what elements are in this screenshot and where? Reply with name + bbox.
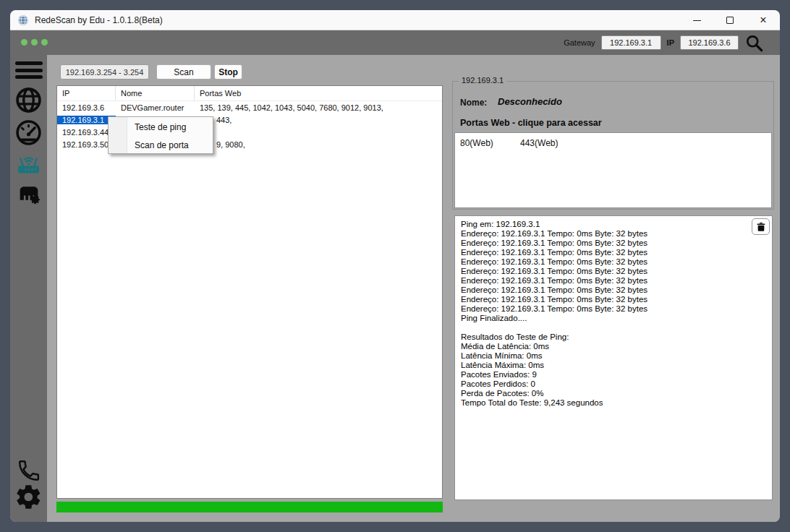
hamburger-menu-icon (15, 61, 43, 65)
ports-cell: 9, 9080, (195, 140, 442, 149)
top-toolbar: Gateway IP (10, 30, 780, 55)
port-link-443[interactable]: 443(Web) (520, 138, 558, 148)
sidebar-item-contact[interactable] (14, 457, 43, 484)
ip-cell: 192.169.3.50 (57, 140, 116, 149)
nome-cell: DEVGamer.router (116, 103, 195, 112)
window-title: RedeScan by Edu - 1.0.1.8(Beta) (35, 15, 163, 25)
gear-icon (14, 482, 43, 512)
device-gear-icon (15, 180, 43, 207)
magnifier-icon (744, 33, 764, 53)
nome-value: Desconhecido (498, 96, 562, 107)
column-header-nome[interactable]: Nome (116, 86, 195, 100)
port-link-80[interactable]: 80(Web) (460, 138, 493, 148)
sidebar-item-router[interactable] (14, 150, 43, 177)
stop-button[interactable]: Stop (214, 64, 242, 80)
gateway-field[interactable] (601, 35, 661, 50)
gauge-icon (15, 119, 42, 146)
gateway-label: Gateway (564, 38, 595, 47)
app-window: RedeScan by Edu - 1.0.1.8(Beta) × Gatewa… (10, 10, 780, 522)
clear-log-button[interactable] (752, 218, 770, 235)
menu-button[interactable] (14, 60, 43, 80)
maximize-button[interactable] (713, 10, 747, 30)
title-bar: RedeScan by Edu - 1.0.1.8(Beta) × (10, 10, 780, 30)
ports-cell: 443, (195, 116, 442, 124)
phone-icon (17, 458, 41, 483)
ports-cell: 135, 139, 445, 1042, 1043, 5040, 7680, 9… (195, 103, 442, 112)
menu-item-ping-test[interactable]: Teste de ping (109, 119, 213, 135)
ip-cell: 192.169.3.6 (57, 103, 116, 112)
column-header-portas-web[interactable]: Portas Web (195, 86, 442, 100)
menu-item-port-scan[interactable]: Scan de porta (109, 137, 213, 153)
web-ports-list: 80(Web) 443(Web) (454, 132, 772, 208)
close-button[interactable]: × (747, 10, 780, 30)
search-button[interactable] (744, 33, 764, 53)
sidebar-item-speedtest[interactable] (14, 119, 43, 146)
scan-progress-bar (56, 502, 443, 512)
app-globe-icon (17, 14, 29, 26)
green-dot (41, 39, 48, 46)
nome-label: Nome: (460, 98, 487, 108)
ip-cell: 192.169.3.1 (57, 116, 116, 124)
host-detail-group: 192.169.3.1 Nome: Desconhecido Portas We… (452, 81, 774, 210)
close-icon: × (760, 14, 766, 26)
ip-label: IP (667, 38, 674, 47)
ping-output-panel: Ping em: 192.169.3.1 Endereço: 192.169.3… (454, 215, 773, 500)
router-icon (14, 150, 43, 177)
status-dots (21, 39, 48, 46)
sidebar (10, 55, 47, 522)
web-ports-heading: Portas Web - clique para acessar (460, 118, 602, 128)
green-dot (21, 39, 27, 46)
sidebar-item-devices[interactable] (14, 179, 43, 207)
scan-range-input[interactable] (60, 64, 149, 80)
maximize-icon (726, 17, 734, 24)
table-row[interactable]: 192.169.3.6 DEVGamer.router 135, 139, 44… (57, 101, 442, 113)
scan-button[interactable]: Scan (156, 64, 211, 80)
host-detail-title: 192.169.3.1 (459, 76, 506, 85)
green-dot (31, 39, 38, 46)
ping-output-text: Ping em: 192.169.3.1 Endereço: 192.169.3… (455, 216, 772, 411)
globe-icon (15, 87, 42, 113)
context-menu: Teste de ping Scan de porta (108, 116, 213, 154)
table-header: IP Nome Portas Web (57, 86, 442, 101)
minimize-button[interactable] (680, 10, 713, 30)
sidebar-item-settings[interactable] (14, 483, 43, 510)
trash-icon (755, 221, 767, 233)
main-content: Scan Stop IP Nome Portas Web 192.169.3.6… (47, 55, 780, 522)
ip-cell: 192.169.3.44 (57, 128, 116, 137)
ip-field[interactable] (680, 35, 739, 50)
sidebar-item-network[interactable] (14, 86, 43, 113)
column-header-ip[interactable]: IP (57, 86, 116, 100)
minimize-icon (693, 20, 701, 21)
